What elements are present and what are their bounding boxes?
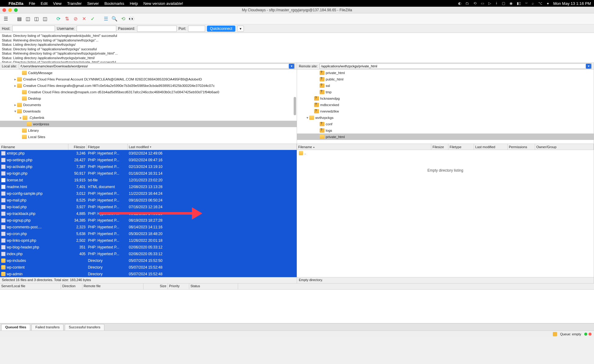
queue-header[interactable]: Server/Local file Direction Remote file … — [0, 284, 594, 290]
status-icon[interactable]: ◐ — [458, 1, 461, 5]
file-row[interactable]: index.php405PHP: Hypertext P...02/06/202… — [0, 251, 297, 257]
twist-icon[interactable]: ▾ — [13, 109, 17, 113]
col-r-filetype[interactable]: Filetype — [448, 144, 474, 150]
file-row[interactable]: license.txt19,915txt-file12/31/2023 23:0… — [0, 177, 297, 184]
disconnect-icon[interactable]: ✕ — [81, 16, 87, 22]
col-r-filesize[interactable]: Filesize — [431, 144, 448, 150]
tree-node[interactable]: ▸.Cyberlink — [0, 114, 297, 121]
col-filetype[interactable]: Filetype — [87, 144, 128, 150]
twist-icon[interactable]: ▸ — [13, 103, 17, 107]
refresh-icon[interactable]: ⟳ — [55, 16, 62, 22]
password-input[interactable] — [137, 26, 177, 32]
q-col-remote[interactable]: Remote file — [82, 284, 143, 289]
q-col-status[interactable]: Status — [189, 284, 238, 289]
quickconnect-button[interactable]: Quickconnect — [207, 26, 235, 32]
file-row[interactable]: wp-activate.php7,387PHP: Hypertext P...0… — [0, 163, 297, 170]
file-row[interactable]: wp-trackback.php4,885PHP: Hypertext P...… — [0, 210, 297, 217]
lock-icon[interactable] — [553, 332, 557, 336]
col-r-owner[interactable]: Owner/Group — [535, 144, 594, 150]
file-row[interactable]: wp-settings.php28,427PHP: Hypertext P...… — [0, 157, 297, 163]
file-row[interactable]: xmlrpc.php3,246PHP: Hypertext P...03/02/… — [0, 150, 297, 157]
host-input[interactable] — [12, 26, 55, 32]
menu-bookmarks[interactable]: Bookmarks — [104, 1, 124, 6]
app-name[interactable]: FileZilla — [9, 1, 23, 6]
file-row[interactable]: readme.html7,401HTML document12/08/2023 … — [0, 184, 297, 190]
local-site-input[interactable] — [19, 64, 289, 68]
file-row[interactable]: wp-contentDirectory05/07/2024 15:52:48 — [0, 264, 297, 271]
user-icon[interactable]: ◉ — [509, 1, 513, 5]
tree-node[interactable]: private_html — [297, 70, 594, 76]
tree-node[interactable]: ▸Creative Cloud Files Personal Account D… — [0, 76, 297, 82]
file-row[interactable]: wp-adminDirectory05/07/2024 15:52:48 — [0, 271, 297, 277]
toggle-remotetree-icon[interactable]: ◫ — [33, 16, 40, 22]
wifi-icon[interactable]: ⌔ — [525, 1, 527, 5]
q-col-server[interactable]: Server/Local file — [0, 284, 61, 289]
toggle-localtree-icon[interactable]: ◫ — [24, 16, 31, 22]
remote-file-list[interactable]: .. Empty directory listing — [297, 150, 594, 277]
file-row[interactable]: wp-login.php50,917PHP: Hypertext P...01/… — [0, 170, 297, 177]
tab-failed[interactable]: Failed transfers — [31, 324, 63, 330]
col-r-perm[interactable]: Permissions — [508, 144, 535, 150]
col-filesize[interactable]: Filesize — [68, 144, 87, 150]
battery-icon[interactable]: ▮▯ — [517, 1, 521, 5]
bluetooth-icon[interactable]: ᚼ — [495, 1, 498, 5]
reconnect-icon[interactable]: ✓ — [89, 16, 96, 22]
tree-node[interactable]: CaddyMessage — [0, 70, 297, 76]
menu-transfer[interactable]: Transfer — [67, 1, 82, 6]
tab-successful[interactable]: Successful transfers — [65, 324, 104, 330]
scrollbar-thumb[interactable] — [294, 97, 296, 115]
col-r-filename[interactable]: Filename▴ — [297, 144, 431, 150]
tree-node[interactable]: rvwvwdztkw — [297, 108, 594, 114]
sitemanager-icon[interactable]: ☰ — [2, 16, 9, 22]
port-input[interactable] — [188, 26, 205, 32]
cast-icon[interactable]: ▭ — [481, 1, 484, 5]
q-col-size[interactable]: Size — [143, 284, 168, 289]
file-row[interactable]: wp-load.php3,927PHP: Hypertext P...07/16… — [0, 204, 297, 210]
menu-help[interactable]: Help — [130, 1, 138, 6]
clock[interactable]: Mon May 13 1:16 PM — [553, 1, 591, 6]
file-row[interactable]: wp-blog-header.php351PHP: Hypertext P...… — [0, 244, 297, 251]
tree-node[interactable]: ▸Documents — [0, 102, 297, 108]
file-row[interactable]: wp-includesDirectory05/07/2024 15:52:50 — [0, 257, 297, 264]
binoculars-icon[interactable]: 👀 — [128, 16, 135, 22]
col-r-lastmod[interactable]: Last modified — [474, 144, 508, 150]
username-input[interactable] — [77, 26, 116, 32]
tree-node[interactable]: wordpress — [0, 121, 297, 127]
file-row[interactable]: wp-cron.php5,638PHP: Hypertext P...05/30… — [0, 230, 297, 237]
control-center-icon[interactable]: ⌥ — [538, 1, 542, 5]
col-lastmod[interactable]: Last modified▾ — [128, 144, 297, 150]
local-tree[interactable]: CaddyMessage▸Creative Cloud Files Person… — [0, 70, 297, 144]
toggle-queue-icon[interactable]: ◫ — [42, 16, 48, 22]
parent-dir-row[interactable]: .. — [297, 150, 594, 156]
remote-site-dropdown[interactable]: ▾ — [586, 64, 591, 69]
twist-icon[interactable]: ▸ — [13, 77, 17, 81]
remote-tree[interactable]: private_htmlpublic_htmlssltmphcknswndpgm… — [297, 70, 594, 144]
tree-node[interactable]: Creative Cloud Files dmclean@mspark.com … — [0, 89, 297, 95]
twist-icon[interactable]: ▸ — [19, 116, 23, 120]
twist-icon[interactable]: ▾ — [306, 116, 309, 120]
tree-node[interactable]: hcknswndpg — [297, 95, 594, 102]
file-row[interactable]: wp-signup.php34,385PHP: Hypertext P...06… — [0, 217, 297, 224]
menu-view[interactable]: View — [53, 1, 62, 6]
toggle-log-icon[interactable]: ▤ — [16, 16, 23, 22]
filter-icon[interactable]: ☰ — [103, 16, 109, 22]
file-row[interactable]: wp-links-opml.php2,502PHP: Hypertext P..… — [0, 237, 297, 244]
col-filename[interactable]: Filename — [0, 144, 68, 150]
q-col-direction[interactable]: Direction — [61, 284, 82, 289]
menu-newversion[interactable]: New version available! — [143, 1, 183, 6]
folder-icon[interactable]: 🗀 — [465, 1, 469, 5]
twist-icon[interactable]: ▸ — [13, 84, 17, 88]
local-site-dropdown[interactable]: ▾ — [289, 64, 294, 69]
tree-node[interactable]: Local Sites — [0, 134, 297, 140]
sync-icon[interactable]: ⟲ — [473, 1, 476, 5]
file-row[interactable]: wp-mail.php8,525PHP: Hypertext P...09/16… — [0, 197, 297, 204]
remote-site-input[interactable] — [320, 64, 586, 68]
remote-file-header[interactable]: Filename▴ Filesize Filetype Last modifie… — [297, 144, 594, 150]
display-icon[interactable]: ▢ — [502, 1, 505, 5]
siri-icon[interactable]: ● — [547, 1, 549, 5]
menu-server[interactable]: Server — [87, 1, 99, 6]
tree-node[interactable]: ▸Creative Cloud Files deezgrafix@gmail.c… — [0, 82, 297, 89]
cancel-icon[interactable]: ⊘ — [72, 16, 79, 22]
search-icon[interactable]: ⌕ — [532, 1, 534, 5]
tree-node[interactable]: public_html — [297, 76, 594, 82]
